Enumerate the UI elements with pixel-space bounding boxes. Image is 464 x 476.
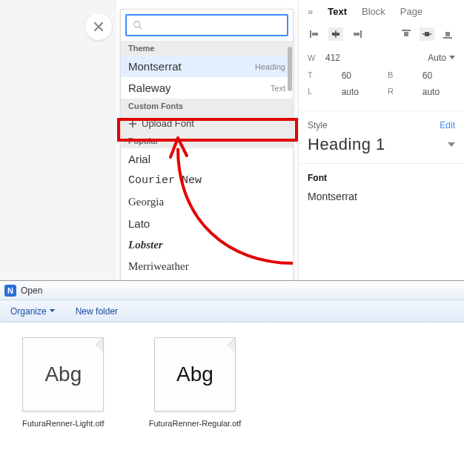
horizontal-align-group [308,27,364,41]
svg-line-1 [139,27,142,30]
font-item-lobster[interactable]: Lobster [121,234,293,256]
file-open-dialog: N Open Organize New folder Abg FuturaRen… [0,280,464,476]
valign-top-button[interactable] [399,27,414,41]
close-button[interactable] [85,13,112,40]
vertical-align-group [399,27,455,41]
svg-rect-11 [425,32,429,36]
spacing-top-label: T [308,70,328,81]
svg-rect-7 [354,33,359,36]
section-popular: Popular [121,133,293,148]
spacing-right-label: R [388,87,409,97]
tab-block[interactable]: Block [362,6,385,17]
svg-rect-9 [404,32,408,36]
dialog-title: Open [21,285,42,296]
search-icon [133,20,143,30]
svg-rect-13 [445,32,450,36]
style-select[interactable]: Heading 1 [308,135,455,154]
valign-bottom-button[interactable] [440,27,455,41]
font-section-label: Font [308,173,455,183]
font-name: Raleway [128,82,171,94]
font-item-arial[interactable]: Arial [121,148,293,170]
font-tag: Heading [255,62,285,71]
svg-point-0 [134,22,140,27]
font-item-montserrat[interactable]: Montserrat Heading [121,56,293,77]
section-custom: Custom Fonts [121,99,293,113]
font-value[interactable]: Montserrat [308,191,455,202]
app-icon: N [4,285,16,297]
organize-menu[interactable]: Organize [10,306,55,317]
style-label: Style [308,120,328,130]
plus-icon [128,119,137,128]
close-icon [93,22,104,32]
scrollbar[interactable] [288,47,292,91]
font-tag: Text [271,84,285,93]
font-item-georgia[interactable]: Georgia [121,191,293,213]
font-item-lato[interactable]: Lato [121,213,293,234]
inspector-sidebar: » Text Block Page W 412 Auto [298,0,464,280]
align-left-button[interactable] [308,27,322,41]
section-theme: Theme [121,41,293,56]
align-center-button[interactable] [328,27,343,41]
file-name: FuturaRenner-Light.otf [22,419,105,428]
style-edit-button[interactable]: Edit [440,120,455,130]
file-thumbnail: Abg [154,337,236,411]
width-auto-select[interactable]: Auto [428,53,455,63]
chevron-down-icon [449,56,455,60]
spacing-left-value[interactable]: auto [342,87,374,97]
spacing-bottom-value[interactable]: 60 [422,70,455,81]
svg-rect-3 [312,33,318,36]
new-folder-button[interactable]: New folder [76,306,118,317]
font-dropdown: Theme Montserrat Heading Raleway Text Cu… [120,9,294,321]
file-name: FuturaRenner-Regular.otf [149,419,242,428]
spacing-right-value[interactable]: auto [422,87,455,97]
align-right-button[interactable] [349,27,364,41]
chevron-down-icon [448,142,455,148]
font-item-merriweather[interactable]: Merriweather [121,256,293,277]
font-name: Montserrat [128,60,182,73]
width-value[interactable]: 412 [325,53,355,63]
dialog-titlebar: N Open [0,281,464,300]
file-item[interactable]: Abg FuturaRenner-Light.otf [22,337,105,428]
spacing-top-value[interactable]: 60 [342,70,374,81]
font-search-input[interactable] [125,14,288,36]
upload-font-button[interactable]: Upload Font [121,113,293,133]
file-thumbnail: Abg [22,337,104,411]
width-label: W [308,53,318,62]
font-item-raleway[interactable]: Raleway Text [121,77,293,99]
more-icon[interactable]: » [308,6,313,17]
file-item[interactable]: Abg FuturaRenner-Regular.otf [149,337,242,428]
font-item-courier[interactable]: Courier New [121,170,293,191]
spacing-bottom-label: B [388,70,409,81]
tab-text[interactable]: Text [328,6,347,17]
spacing-left-label: L [308,87,328,97]
svg-rect-5 [332,33,339,36]
chevron-down-icon [50,309,55,313]
upload-label: Upload Font [142,118,194,129]
valign-middle-button[interactable] [420,27,434,41]
tab-page[interactable]: Page [400,6,422,17]
